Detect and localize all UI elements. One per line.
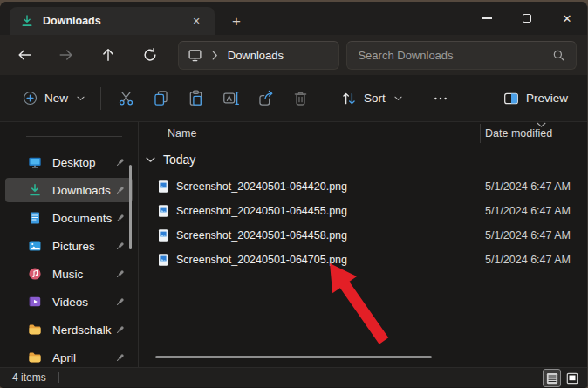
file-name: Screenshot_20240501-064705.png (176, 254, 347, 266)
file-explorer-window: Downloads ✕ + ✕ (0, 2, 588, 388)
pin-icon (114, 269, 126, 280)
sidebar-item-music[interactable]: Music (5, 262, 133, 286)
sidebar-item-videos[interactable]: Videos (5, 289, 133, 314)
folder-icon (28, 351, 42, 364)
group-header-today[interactable]: Today (139, 145, 587, 174)
rename-button[interactable] (213, 82, 248, 115)
file-name: Screenshot_20240501-064458.png (176, 229, 347, 242)
window-controls: ✕ (467, 2, 587, 35)
downloads-icon (20, 14, 34, 28)
downloads-icon (28, 183, 42, 197)
collapse-chevron-icon[interactable] (146, 157, 155, 163)
sidebar-item-label: Nerdschalk (52, 323, 114, 337)
png-image-file-icon (156, 204, 170, 218)
sidebar-scrollbar[interactable] (129, 165, 132, 249)
new-tab-button[interactable]: + (223, 10, 250, 34)
refresh-button[interactable] (134, 40, 166, 70)
back-button[interactable] (9, 40, 40, 70)
command-bar: New (0, 75, 587, 122)
toolbar-divider (100, 87, 101, 110)
close-window-button[interactable]: ✕ (547, 2, 587, 35)
pin-icon (114, 352, 126, 364)
new-button[interactable]: New (14, 82, 93, 115)
sidebar-item-label: Downloads (52, 184, 114, 197)
see-more-button[interactable] (423, 82, 458, 115)
png-image-file-icon (156, 253, 170, 267)
sort-direction-chevron-icon (537, 122, 546, 128)
sort-button-label: Sort (364, 92, 386, 105)
share-icon (257, 90, 274, 106)
search-input[interactable] (358, 49, 552, 62)
rename-icon (222, 90, 239, 106)
column-headers: Name Date modified (139, 122, 587, 145)
details-view-button[interactable] (544, 370, 560, 386)
file-row[interactable]: Screenshot_20240501-064420.png 5/1/2024 … (139, 174, 587, 199)
maximize-icon (523, 14, 531, 23)
forward-arrow-icon (58, 47, 74, 63)
column-divider[interactable] (480, 124, 481, 143)
search-icon[interactable] (552, 49, 565, 62)
preview-button[interactable]: Preview (495, 82, 577, 115)
share-button[interactable] (248, 82, 283, 115)
file-date-modified: 5/1/2024 6:47 AM (485, 229, 571, 242)
copy-button[interactable] (143, 82, 178, 115)
sidebar-item-nerdschalk[interactable]: Nerdschalk (5, 317, 133, 342)
maximize-button[interactable] (507, 2, 547, 35)
file-list-pane: Name Date modified Today Screenshot_2024… (139, 122, 587, 367)
sidebar-item-pictures[interactable]: Pictures (5, 234, 133, 258)
search-box[interactable] (346, 41, 577, 70)
tab-title: Downloads (43, 15, 187, 27)
close-tab-icon[interactable]: ✕ (187, 11, 206, 31)
sidebar-item-desktop[interactable]: Desktop (5, 150, 133, 174)
documents-icon (28, 211, 42, 225)
trash-icon (292, 90, 309, 106)
preview-button-label: Preview (526, 92, 568, 105)
minimize-button[interactable] (467, 2, 507, 35)
this-pc-icon[interactable] (188, 48, 202, 63)
png-image-file-icon (156, 180, 170, 194)
forward-button[interactable] (51, 40, 82, 70)
address-bar[interactable]: Downloads (178, 41, 340, 70)
paste-button[interactable] (178, 82, 213, 115)
chevron-down-icon (394, 96, 402, 101)
large-icons-view-button[interactable] (564, 370, 580, 386)
explorer-tab-downloads[interactable]: Downloads ✕ (10, 7, 215, 35)
png-image-file-icon (156, 228, 170, 242)
file-row[interactable]: Screenshot_20240501-064458.png 5/1/2024 … (139, 223, 587, 248)
up-button[interactable] (92, 40, 124, 70)
toolbar-divider (325, 87, 325, 110)
column-header-date-modified[interactable]: Date modified (485, 127, 552, 140)
file-date-modified: 5/1/2024 6:47 AM (485, 180, 571, 193)
file-row[interactable]: Screenshot_20240501-064705.png 5/1/2024 … (139, 248, 587, 272)
new-button-label: New (44, 92, 68, 105)
sort-button[interactable]: Sort (332, 82, 411, 115)
paste-clipboard-icon (188, 90, 204, 106)
ellipsis-icon (433, 91, 448, 106)
sidebar-item-label: Videos (52, 296, 114, 309)
refresh-icon (142, 47, 158, 63)
breadcrumb-chevron-icon[interactable] (211, 51, 219, 60)
pin-icon (114, 213, 126, 224)
cut-button[interactable] (108, 82, 143, 115)
sidebar-item-label: April (52, 351, 114, 364)
pin-icon (114, 185, 126, 196)
column-header-name[interactable]: Name (168, 127, 196, 140)
preview-pane-icon (503, 91, 519, 106)
delete-button[interactable] (283, 82, 318, 115)
file-row[interactable]: Screenshot_20240501-064455.png 5/1/2024 … (139, 199, 587, 223)
file-date-modified: 5/1/2024 6:47 AM (485, 205, 571, 217)
horizontal-scrollbar[interactable] (155, 356, 432, 358)
sidebar-item-label: Pictures (52, 240, 114, 253)
sidebar-item-documents[interactable]: Documents (5, 206, 133, 230)
music-icon (28, 267, 42, 281)
sidebar-item-april[interactable]: April (5, 345, 133, 370)
breadcrumb-location[interactable]: Downloads (228, 49, 284, 62)
up-arrow-icon (100, 47, 116, 63)
status-divider (58, 372, 59, 383)
desktop-icon (28, 155, 42, 169)
sidebar-item-downloads[interactable]: Downloads (5, 178, 133, 202)
pin-icon (114, 324, 126, 336)
sort-arrows-icon (341, 91, 357, 106)
pin-icon (114, 157, 126, 168)
chevron-down-icon (77, 96, 85, 101)
